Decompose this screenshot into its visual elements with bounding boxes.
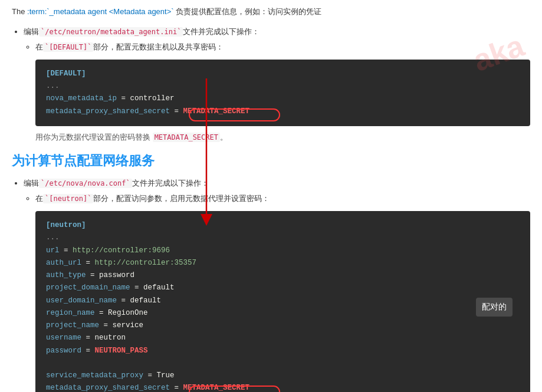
section2-heading: 为计算节点配置网络服务 [12, 152, 530, 170]
code-block-1: [DEFAULT] ... nova_metadata_ip = control… [35, 60, 530, 126]
code-line-username: username = neutron [46, 332, 520, 344]
note-text-1: 用你为元数据代理设置的密码替换 METADATA_SECRET。 [35, 132, 530, 143]
code-line-url: url = http://controller:9696 [46, 245, 520, 257]
code-line-section1: [DEFAULT] [46, 68, 520, 80]
intro-text: The :term:`_metadata agent <Metadata age… [12, 6, 530, 18]
code-line-project-name: project_name = service [46, 319, 520, 332]
code-line-user-domain: user_domain_name = default [46, 295, 520, 307]
code-line-dots2: ... [46, 232, 520, 244]
sub-bullet-item-2: 在`[neutron]`部分，配置访问参数，启用元数据代理并设置密码： [35, 192, 530, 205]
paired-label: 配对的 [476, 298, 513, 317]
code-line-auth-url: auth_url = http://controller:35357 [46, 257, 520, 269]
bullet-item-2: 编辑`/etc/nova/nova.conf`文件并完成以下操作： 在`[neu… [24, 177, 530, 205]
code-line-project-domain: project_domain_name = default [46, 282, 520, 294]
code-line-region: region_name = RegionOne [46, 307, 520, 319]
code-line-neutron-section: [neutron] [46, 219, 520, 232]
section2-bullets: 编辑`/etc/nova/nova.conf`文件并完成以下操作： 在`[neu… [24, 177, 530, 205]
code-line-svc-metadata: service_metadata_proxy = True [46, 370, 520, 382]
section1-bullets: 编辑`/etc/neutron/metadata_agent.ini`文件并完成… [24, 25, 530, 54]
code-line-metadata-secret-1: metadata_proxy_shared_secret = METADATA_… [46, 106, 520, 118]
bullet-item-1: 编辑`/etc/neutron/metadata_agent.ini`文件并完成… [24, 25, 530, 54]
code-line-metadata-secret-2: metadata_proxy_shared_secret = METADATA_… [46, 382, 520, 392]
code-line-dots1: ... [46, 80, 520, 93]
code-line-nova-metadata-ip: nova_metadata_ip = controller [46, 93, 520, 105]
code-line-auth-type: auth_type = password [46, 269, 520, 282]
code-block-2: [neutron] ... url = http://controller:96… [35, 211, 530, 392]
term-metadata: :term:`_metadata agent <Metadata agent>` [27, 7, 174, 16]
sub-bullet-item-1: 在`[DEFAULT]`部分，配置元数据主机以及共享密码： [35, 41, 530, 54]
code-line-password: password = NEUTRON_PASS [46, 345, 520, 357]
code-block-2-wrapper: [neutron] ... url = http://controller:96… [12, 211, 530, 392]
code-line-blank [46, 357, 520, 370]
